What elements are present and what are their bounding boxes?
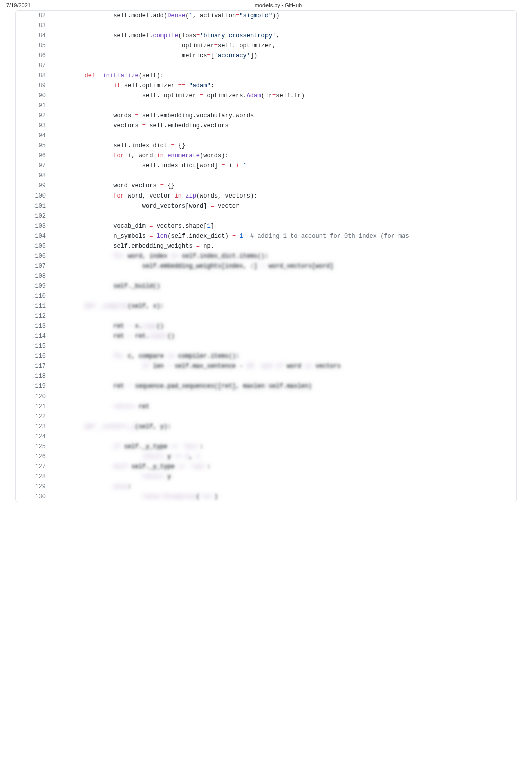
line-number[interactable]: 123 [16,422,51,432]
code-content[interactable] [51,271,516,281]
code-line: 104 n_symbols = len(self.index_dict) + 1… [16,231,516,241]
line-number[interactable]: 90 [16,91,51,101]
line-number[interactable]: 97 [16,161,51,171]
code-content[interactable]: for word, index in self.index_dict.items… [51,251,516,261]
line-number[interactable]: 124 [16,432,51,442]
code-content[interactable]: for i, word in enumerate(words): [51,151,516,161]
code-content[interactable]: vocab_dim = vectors.shape[1] [51,221,516,231]
code-content[interactable]: metrics=['accuracy']) [51,51,516,61]
line-number[interactable]: 109 [16,281,51,291]
line-number[interactable]: 125 [16,442,51,452]
code-content[interactable] [51,371,516,381]
code-content[interactable]: vectors = self.embedding.vectors [51,121,516,131]
line-number[interactable]: 113 [16,321,51,331]
line-number[interactable]: 86 [16,51,51,61]
code-content[interactable]: self._build() [51,281,516,291]
line-number[interactable]: 117 [16,361,51,371]
line-number[interactable]: 98 [16,171,51,181]
code-content[interactable]: return y [51,472,516,482]
code-line: 98 [16,171,516,181]
line-number[interactable]: 95 [16,141,51,151]
line-number[interactable]: 121 [16,402,51,412]
line-number[interactable]: 99 [16,181,51,191]
code-content[interactable]: self.embedding_weights[index, :] = word_… [51,261,516,271]
code-content[interactable]: if self.optimizer == "adam": [51,81,516,91]
code-content[interactable]: words = self.embedding.vocabulary.words [51,111,516,121]
line-number[interactable]: 104 [16,231,51,241]
code-content[interactable] [51,291,516,301]
line-number[interactable]: 128 [16,472,51,482]
line-number[interactable]: 101 [16,201,51,211]
code-content[interactable]: return y == 0, 1 [51,452,516,462]
line-number[interactable]: 100 [16,191,51,201]
line-number[interactable]: 88 [16,71,51,81]
line-number[interactable]: 82 [16,11,51,21]
line-number[interactable]: 102 [16,211,51,221]
code-content[interactable]: ret = x.copy() [51,321,516,331]
line-number[interactable]: 83 [16,21,51,31]
line-number[interactable]: 89 [16,81,51,91]
line-number[interactable]: 87 [16,61,51,71]
code-content[interactable] [51,21,516,31]
line-number[interactable]: 84 [16,31,51,41]
code-content[interactable]: def _initialize(self): [51,71,516,81]
line-number[interactable]: 127 [16,462,51,472]
line-number[interactable]: 114 [16,331,51,341]
line-number[interactable]: 106 [16,251,51,261]
line-number[interactable]: 105 [16,241,51,251]
line-number[interactable]: 115 [16,341,51,351]
line-number[interactable]: 112 [16,311,51,321]
code-content[interactable] [51,412,516,422]
code-content[interactable]: self.model.add(Dense(1, activation="sigm… [51,11,516,21]
code-content[interactable]: for word, vector in zip(words, vectors): [51,191,516,201]
line-number[interactable]: 103 [16,221,51,231]
code-content[interactable] [51,392,516,402]
line-number[interactable]: 116 [16,351,51,361]
line-number[interactable]: 108 [16,271,51,281]
code-content[interactable] [51,131,516,141]
line-number[interactable]: 94 [16,131,51,141]
code-content[interactable]: word_vectors = {} [51,181,516,191]
line-number[interactable]: 126 [16,452,51,462]
code-content[interactable]: if len < self.max_sentence - 20 and if w… [51,361,516,371]
code-content[interactable] [51,171,516,181]
line-number[interactable]: 93 [16,121,51,131]
code-content[interactable] [51,101,516,111]
code-content[interactable]: else: [51,482,516,492]
code-content[interactable]: for c, compare in compiler.items(): [51,351,516,361]
code-content[interactable]: if self._y_type == 'bin': [51,442,516,452]
code-content[interactable]: self._optimizer = optimizers.Adam(lr=sel… [51,91,516,101]
line-number[interactable]: 91 [16,101,51,111]
code-content[interactable]: def _compile(self, x): [51,301,516,311]
code-content[interactable]: optimizer=self._optimizer, [51,41,516,51]
line-number[interactable]: 118 [16,371,51,381]
line-number[interactable]: 111 [16,301,51,311]
code-content[interactable]: ret = sequence.pad_sequences([ret], maxl… [51,381,516,392]
code-content[interactable]: ret = ret.lower() [51,331,516,341]
code-content[interactable]: raise Exception('no') [51,492,516,502]
code-content[interactable]: elif self._y_type == 'val': [51,462,516,472]
code-content[interactable] [51,61,516,71]
code-content[interactable]: n_symbols = len(self.index_dict) + 1 # a… [51,231,516,241]
code-content[interactable]: def _convert_y(self, y): [51,422,516,432]
code-content[interactable]: self.index_dict = {} [51,141,516,151]
code-content[interactable] [51,341,516,351]
code-content[interactable]: word_vectors[word] = vector [51,201,516,211]
line-number[interactable]: 96 [16,151,51,161]
code-content[interactable] [51,432,516,442]
line-number[interactable]: 122 [16,412,51,422]
code-content[interactable]: return ret [51,402,516,412]
line-number[interactable]: 92 [16,111,51,121]
line-number[interactable]: 119 [16,381,51,392]
code-content[interactable]: self.index_dict[word] = i + 1 [51,161,516,171]
code-content[interactable]: self.embedding_weights = np. [51,241,516,251]
line-number[interactable]: 129 [16,482,51,492]
line-number[interactable]: 130 [16,492,51,502]
line-number[interactable]: 85 [16,41,51,51]
code-content[interactable]: self.model.compile(loss='binary_crossent… [51,31,516,41]
line-number[interactable]: 110 [16,291,51,301]
line-number[interactable]: 120 [16,392,51,402]
line-number[interactable]: 107 [16,261,51,271]
code-content[interactable] [51,311,516,321]
code-content[interactable] [51,211,516,221]
